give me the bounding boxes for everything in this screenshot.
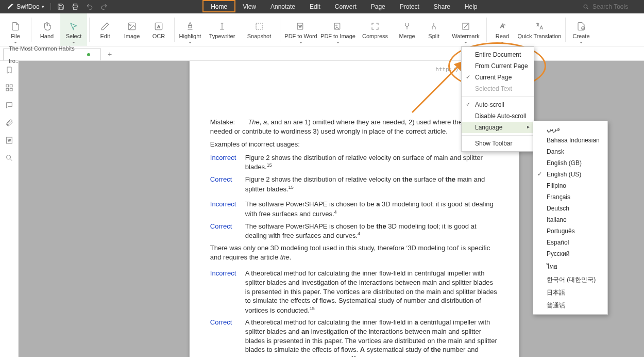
ocr-icon: A	[154, 21, 163, 32]
svg-line-22	[10, 159, 12, 160]
example-row: IncorrectThe software PowerSHAPE is chos…	[210, 200, 499, 218]
tab-convert[interactable]: Convert	[328, 0, 364, 13]
app-title: SwifDoo ▾	[3, 3, 48, 10]
split-button[interactable]: Split	[420, 13, 447, 46]
undo-icon[interactable]	[84, 1, 95, 12]
print-icon[interactable]	[70, 1, 81, 12]
select-button[interactable]: Select	[60, 13, 87, 46]
highlight-button[interactable]: Highlight	[177, 13, 204, 46]
pdf-to-word-button[interactable]: WPDF to Word	[282, 13, 319, 46]
search-tools[interactable]	[578, 3, 644, 10]
edit-button[interactable]: Edit	[92, 13, 118, 46]
read-button[interactable]: ARead	[489, 13, 516, 46]
lang-option[interactable]: 日本語	[533, 286, 607, 299]
menu-current-page[interactable]: Current Page	[462, 72, 534, 83]
tab-protect[interactable]: Protect	[393, 0, 427, 13]
create-button[interactable]: Create	[568, 13, 595, 46]
file-icon	[11, 21, 20, 32]
lang-option[interactable]: Deutsch	[533, 203, 607, 214]
lang-option[interactable]: Dansk	[533, 146, 607, 157]
example-row: CorrectA theoretical method for calculat…	[210, 318, 499, 357]
language-submenu: عربيBahasa IndonesianDanskEnglish (GB)En…	[533, 121, 608, 315]
snapshot-button[interactable]: Snapshot	[241, 13, 278, 46]
svg-text:W: W	[299, 25, 302, 28]
svg-rect-17	[6, 88, 9, 91]
search-input[interactable]	[592, 3, 639, 10]
quick-translation-button[interactable]: Quick Translation	[516, 13, 563, 46]
example-text: Figure 2 shows the distribution of relat…	[245, 175, 499, 193]
lang-option[interactable]: English (US)	[533, 169, 607, 180]
ocr-button[interactable]: AOCR	[145, 13, 172, 46]
translate-icon	[535, 21, 544, 32]
correct-label: Correct	[210, 318, 238, 357]
search-panel-icon[interactable]	[4, 153, 14, 163]
image-button[interactable]: Image	[118, 13, 145, 46]
tab-home[interactable]: Home	[202, 0, 235, 12]
redo-icon[interactable]	[98, 1, 110, 12]
merge-button[interactable]: Merge	[394, 13, 420, 46]
tab-share[interactable]: Share	[427, 0, 457, 13]
lang-option[interactable]: Italiano	[533, 214, 607, 225]
lang-option[interactable]: ไทย	[533, 259, 607, 273]
lang-option[interactable]: English (GB)	[533, 157, 607, 169]
svg-point-4	[130, 24, 131, 25]
attachment-icon[interactable]	[4, 118, 14, 128]
ribbon: File Hand Select Edit Image AOCR Highlig…	[0, 13, 644, 46]
menu-from-current-page[interactable]: From Current Page	[462, 60, 534, 72]
lang-option[interactable]: Русский	[533, 248, 607, 259]
tab-edit[interactable]: Edit	[302, 0, 328, 13]
typewriter-icon	[217, 21, 227, 32]
tab-page[interactable]: Page	[364, 0, 393, 13]
menu-show-toolbar[interactable]: Show Toolbar	[462, 138, 534, 149]
svg-rect-18	[10, 88, 12, 91]
svg-rect-7	[256, 23, 262, 29]
word-export-icon[interactable]: W	[4, 135, 14, 145]
document-tab[interactable]: The Most Common Habits fro...	[3, 48, 101, 60]
example-row: CorrectFigure 2 shows the distribution o…	[210, 175, 499, 193]
tab-help[interactable]: Help	[457, 0, 485, 13]
example-text: A theoretical method for calculating the…	[245, 269, 499, 315]
menu-selected-text: Selected Text	[462, 83, 534, 94]
tab-view[interactable]: View	[235, 0, 263, 13]
svg-rect-16	[10, 85, 12, 87]
lang-option[interactable]: 普通话	[533, 299, 607, 312]
new-tab-button[interactable]: +	[104, 48, 115, 60]
pdf-word-icon: W	[296, 21, 306, 32]
tab-annotate[interactable]: Annotate	[263, 0, 302, 13]
menu-entire-document[interactable]: Entire Document	[462, 49, 534, 60]
lang-option[interactable]: Bahasa Indonesian	[533, 135, 607, 146]
cursor-icon	[69, 21, 78, 32]
image-icon	[127, 21, 137, 32]
lang-option[interactable]: عربي	[533, 123, 607, 135]
menu-disable-auto-scroll[interactable]: Disable Auto-scroll	[462, 110, 534, 122]
chevron-down-icon[interactable]: ▾	[42, 4, 44, 9]
lang-option[interactable]: 한국어 (대한민국)	[533, 273, 607, 286]
menu-language[interactable]: Language	[462, 122, 534, 133]
lang-option[interactable]: Français	[533, 191, 607, 203]
app-logo-icon	[7, 3, 14, 10]
watermark-button[interactable]: Watermark	[447, 13, 484, 46]
example-text: Figure 2 shows the distribution of relat…	[245, 153, 499, 172]
svg-point-1	[584, 5, 587, 8]
watermark-icon	[461, 21, 470, 32]
lang-option[interactable]: Português	[533, 225, 607, 237]
compress-button[interactable]: Compress	[357, 13, 394, 46]
typewriter-button[interactable]: Typewriter	[204, 13, 241, 46]
lang-option[interactable]: Español	[533, 237, 607, 248]
svg-text:A: A	[157, 24, 160, 29]
incorrect-label: Incorrect	[210, 269, 238, 315]
split-icon	[429, 21, 438, 32]
save-icon[interactable]	[55, 1, 66, 12]
file-button[interactable]: File	[2, 13, 29, 46]
menubar: SwifDoo ▾ Home View Annotate Edit Conver…	[0, 0, 644, 13]
hand-button[interactable]: Hand	[33, 13, 60, 46]
example-text: A theoretical method for calculating the…	[245, 318, 499, 357]
menu-auto-scroll[interactable]: Auto-scroll	[462, 99, 534, 110]
lang-option[interactable]: Filipino	[533, 180, 607, 191]
pdf-to-image-button[interactable]: PDF to Image	[319, 13, 357, 46]
comments-icon[interactable]	[4, 100, 14, 110]
compress-icon	[370, 21, 380, 32]
thumbnails-icon[interactable]	[4, 83, 14, 93]
create-icon	[577, 21, 586, 32]
incorrect-label: Incorrect	[210, 153, 238, 172]
